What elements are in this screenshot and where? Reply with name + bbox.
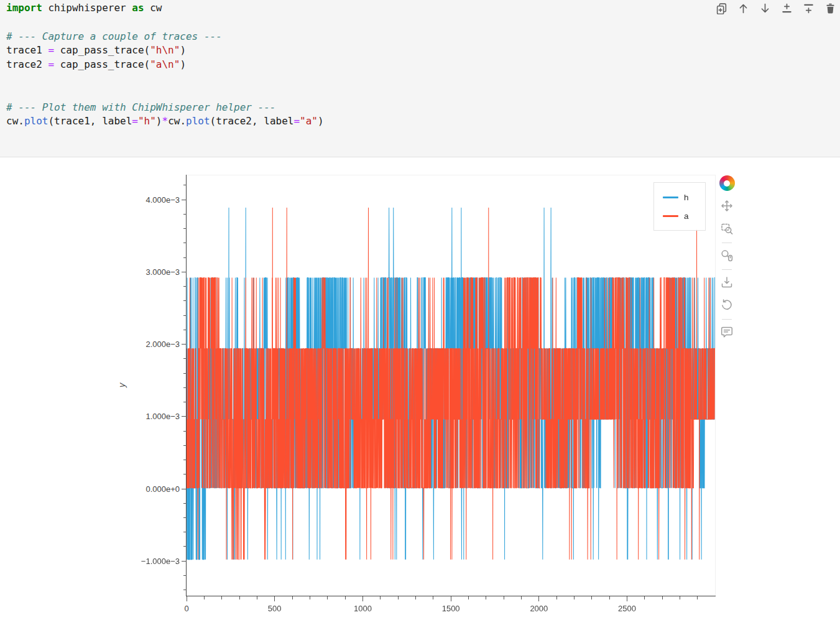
y-minor-tick	[183, 460, 187, 460]
y-tick-label: 2.000e−3	[130, 340, 180, 349]
y-minor-tick	[183, 575, 187, 576]
y-minor-tick	[183, 228, 187, 229]
y-minor-tick	[183, 358, 187, 359]
wheel-zoom-tool-button[interactable]	[719, 249, 734, 264]
y-minor-tick	[183, 214, 187, 215]
reset-icon	[719, 298, 734, 315]
x-major-tick	[538, 596, 539, 601]
x-major-tick	[627, 596, 627, 601]
y-minor-tick	[183, 445, 187, 446]
y-minor-tick	[183, 590, 187, 590]
save-tool-button[interactable]	[719, 275, 734, 290]
plot-legend: h a	[653, 182, 706, 231]
x-minor-tick	[468, 596, 469, 599]
x-major-tick	[187, 596, 187, 601]
bokeh-logo-icon	[719, 175, 735, 191]
x-minor-tick	[257, 596, 257, 599]
x-minor-tick	[239, 596, 240, 599]
x-minor-tick	[221, 596, 222, 599]
y-major-tick	[182, 272, 187, 272]
arrow-down-icon	[759, 2, 771, 16]
x-minor-tick	[398, 596, 399, 599]
duplicate-cell-button[interactable]	[715, 3, 727, 16]
x-minor-tick	[644, 596, 645, 599]
code-line: # --- Capture a couple of traces ---	[6, 30, 324, 44]
y-minor-tick	[183, 532, 187, 532]
trash-icon	[824, 2, 836, 16]
y-axis-line	[186, 175, 187, 596]
toolbar-separator	[722, 243, 732, 243]
x-minor-tick	[345, 596, 346, 599]
y-minor-tick	[183, 546, 187, 547]
y-major-tick	[182, 489, 187, 489]
legend-item-a[interactable]: a	[663, 211, 705, 221]
box-zoom-tool-button[interactable]	[719, 222, 734, 237]
legend-label-a: a	[684, 211, 689, 221]
y-major-tick	[182, 200, 187, 200]
bokeh-toolbar	[718, 175, 736, 340]
insert-cell-above-button[interactable]	[780, 3, 793, 16]
x-minor-tick	[591, 596, 592, 599]
arrow-up-icon	[737, 2, 749, 16]
y-minor-tick	[183, 330, 187, 330]
x-minor-tick	[310, 596, 310, 599]
x-minor-tick	[609, 596, 610, 599]
reset-tool-button[interactable]	[719, 298, 734, 313]
plot-canvas[interactable]	[187, 175, 715, 596]
y-minor-tick	[183, 373, 187, 374]
y-axis-title: y	[117, 375, 127, 387]
y-minor-tick	[183, 387, 187, 388]
y-minor-tick	[183, 185, 187, 185]
y-major-tick	[182, 561, 187, 562]
code-line: # --- Plot them with ChipWhisperer helpe…	[6, 101, 324, 115]
legend-item-h[interactable]: h	[663, 193, 705, 202]
x-minor-tick	[521, 596, 522, 599]
x-major-tick	[274, 596, 275, 601]
move-cell-down-button[interactable]	[759, 3, 771, 16]
pan-icon	[719, 198, 734, 215]
y-minor-tick	[183, 431, 187, 432]
y-tick-label: 4.000e−3	[130, 195, 180, 205]
x-minor-tick	[380, 596, 381, 599]
y-minor-tick	[183, 402, 187, 402]
x-minor-tick	[504, 596, 504, 599]
x-minor-tick	[415, 596, 416, 599]
x-major-tick	[451, 596, 451, 601]
code-line: trace2 = cap_pass_trace("a\n")	[6, 58, 324, 72]
duplicate-cell-icon	[716, 2, 727, 16]
insert-cell-below-button[interactable]	[802, 3, 815, 16]
output-area: y h a	[0, 157, 840, 620]
x-minor-tick	[486, 596, 486, 599]
x-major-tick	[362, 596, 363, 601]
code-line: trace1 = cap_pass_trace("h\n")	[6, 44, 324, 58]
insert-below-icon	[803, 2, 815, 16]
x-tick-label: 2000	[520, 604, 558, 613]
x-minor-tick	[556, 596, 557, 599]
x-tick-label: 0	[168, 604, 205, 613]
pan-tool-button[interactable]	[719, 199, 734, 214]
code-cell[interactable]: import chipwhisperer as cw​# --- Capture…	[0, 0, 840, 157]
legend-line-h	[663, 197, 678, 198]
legend-line-a	[663, 215, 678, 217]
hover-tool-button[interactable]	[719, 325, 734, 340]
download-icon	[719, 275, 734, 292]
bokeh-logo-link[interactable]	[719, 175, 735, 191]
code-editor[interactable]: import chipwhisperer as cw​# --- Capture…	[6, 1, 324, 129]
cell-toolbar	[715, 3, 836, 16]
x-minor-tick	[697, 596, 698, 599]
y-major-tick	[182, 344, 187, 345]
x-minor-tick	[680, 596, 680, 599]
y-minor-tick	[183, 286, 187, 287]
y-tick-label: 3.000e−3	[130, 267, 180, 277]
x-minor-tick	[327, 596, 328, 599]
plot-frame[interactable]: h a	[187, 175, 716, 596]
toolbar-separator	[722, 269, 732, 270]
delete-cell-button[interactable]	[824, 3, 836, 16]
move-cell-up-button[interactable]	[737, 3, 749, 16]
box-zoom-icon	[719, 221, 734, 238]
x-tick-label: 1000	[344, 604, 381, 613]
y-tick-label: 0.000e+0	[130, 484, 180, 494]
legend-label-h: h	[684, 193, 689, 202]
y-minor-tick	[183, 243, 187, 243]
code-line: cw.plot(trace1, label="h")*cw.plot(trace…	[6, 114, 324, 129]
